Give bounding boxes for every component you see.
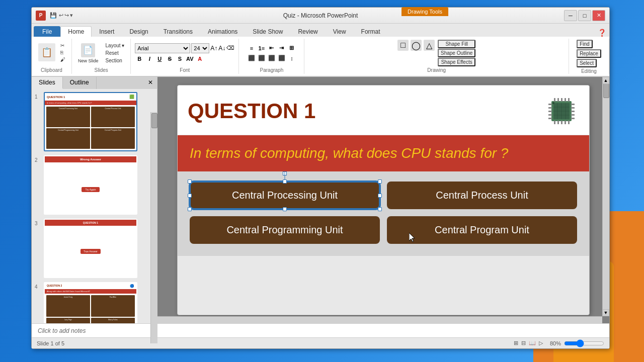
answer-b-button[interactable]: Central Process Unit (387, 182, 577, 209)
slideshow-icon[interactable]: ▷ (539, 340, 543, 346)
svg-point-28 (552, 102, 554, 104)
clear-format-button[interactable]: ⌫ (226, 45, 234, 51)
slide-thumb-2[interactable]: 2 Wrong Answer Try Again (35, 155, 154, 215)
slide-preview-3[interactable]: QUESTION 1 True Answer (44, 219, 137, 278)
underline-button[interactable]: U (155, 54, 164, 63)
shape-effects-button[interactable]: Shape Effects (438, 58, 475, 66)
select-button[interactable]: Select (577, 59, 597, 67)
italic-button[interactable]: I (145, 54, 154, 63)
handle-mid-left[interactable] (188, 194, 192, 198)
justify-button[interactable]: ⬛ (277, 54, 286, 63)
slide-thumb-1[interactable]: 1 QUESTION 1 🟩 In terms of computing, wh… (35, 92, 154, 151)
slide-preview-1[interactable]: QUESTION 1 🟩 In terms of computing, what… (44, 92, 137, 151)
tab-insert[interactable]: Insert (92, 26, 122, 37)
spacing-button[interactable]: AV (185, 54, 194, 63)
scroll-down-button[interactable]: ▼ (602, 309, 609, 316)
handle-top-left[interactable] (188, 179, 192, 184)
slides-tab-slides[interactable]: Slides (32, 77, 63, 89)
tab-review[interactable]: Review (290, 26, 325, 37)
minimize-button[interactable]: ─ (564, 10, 577, 21)
undo-icon[interactable]: ↩ (59, 12, 63, 19)
answer-a-button[interactable]: Central Processing Unit (190, 182, 380, 209)
handle-bot-right[interactable] (378, 207, 382, 211)
drawing-tools-tab[interactable]: Drawing Tools (401, 7, 448, 16)
slide-thumb-3[interactable]: 3 QUESTION 1 True Answer (35, 219, 154, 278)
handle-mid-right[interactable] (378, 194, 382, 198)
tab-file[interactable]: File (34, 26, 60, 37)
bullets-button[interactable]: ≡ (247, 44, 256, 53)
close-button[interactable]: ✕ (592, 10, 605, 21)
canvas-scrollbar-bottom[interactable] (157, 316, 602, 323)
tab-design[interactable]: Design (122, 26, 155, 37)
decrease-indent-button[interactable]: ⇤ (267, 44, 276, 53)
font-family-select[interactable]: Arial (135, 43, 190, 53)
notes-bar[interactable]: Click to add notes (32, 323, 609, 337)
slides-panel-scrollbar[interactable] (150, 112, 157, 323)
slides-panel-close[interactable]: ✕ (144, 77, 157, 89)
maximize-button[interactable]: □ (578, 10, 591, 21)
shapes-gallery-2[interactable]: ◯ (411, 40, 422, 51)
layout-button[interactable]: Layout ▾ (104, 42, 127, 49)
replace-button[interactable]: Replace (577, 49, 601, 58)
slides-scrollbar-thumb[interactable] (151, 113, 157, 128)
format-painter-button[interactable]: 🖌 (58, 56, 67, 63)
align-right-button[interactable]: ⬛ (267, 54, 276, 63)
notes-placeholder[interactable]: Click to add notes (38, 327, 86, 334)
rotation-line (285, 171, 285, 179)
paste-button[interactable]: 📋 (36, 42, 57, 63)
tab-view[interactable]: View (326, 26, 354, 37)
align-left-button[interactable]: ⬛ (247, 54, 256, 63)
tab-transitions[interactable]: Transitions (156, 26, 200, 37)
handle-bot-left[interactable] (188, 207, 192, 211)
font-color-button[interactable]: A (195, 54, 204, 63)
handle-top-right[interactable] (378, 179, 382, 184)
cut-button[interactable]: ✂ (58, 42, 67, 49)
find-button[interactable]: Find (577, 40, 592, 48)
line-spacing-button[interactable]: ↕ (287, 54, 296, 63)
new-slide-button[interactable]: 📄 New Slide (76, 42, 101, 64)
slide-preview-2[interactable]: Wrong Answer Try Again (44, 155, 137, 215)
shapes-gallery[interactable]: □ (397, 40, 409, 51)
increase-font-button[interactable]: A↑ (210, 45, 217, 52)
svg-rect-21 (548, 114, 552, 116)
canvas-scrollbar-right[interactable] (602, 77, 609, 316)
scroll-up-button[interactable]: ▲ (602, 77, 609, 84)
handle-top-center[interactable] (283, 179, 287, 184)
font-size-select[interactable]: 24 (191, 43, 209, 53)
section-button[interactable]: Section (104, 57, 127, 64)
tab-slideshow[interactable]: Slide Show (245, 26, 290, 37)
decrease-font-button[interactable]: A↓ (218, 45, 225, 52)
shapes-gallery-3[interactable]: △ (424, 40, 435, 51)
zoom-slider[interactable] (564, 340, 604, 347)
slides-tab-outline[interactable]: Outline (63, 77, 97, 89)
reset-button[interactable]: Reset (104, 50, 127, 56)
tab-format[interactable]: Format (354, 26, 388, 37)
shape-outline-button[interactable]: Shape Outline (438, 49, 475, 57)
bold-button[interactable]: B (135, 54, 144, 63)
handle-bot-center[interactable] (283, 207, 287, 211)
columns-button[interactable]: ⊞ (287, 44, 296, 53)
tab-animations[interactable]: Animations (200, 26, 245, 37)
customize-icon[interactable]: ▾ (70, 12, 73, 19)
increase-indent-button[interactable]: ⇥ (277, 44, 286, 53)
save-icon[interactable]: 💾 (50, 12, 57, 19)
answer-d-button[interactable]: Central Program Unit (387, 216, 577, 244)
reading-view-icon[interactable]: 📖 (529, 340, 536, 346)
shadow-button[interactable]: S (175, 54, 184, 63)
copy-button[interactable]: ⎘ (58, 49, 67, 56)
ribbon-group-drawing: □ ◯ △ Shape Fill Shape Outline Shape Eff… (304, 39, 569, 74)
help-icon[interactable]: ❓ (598, 29, 606, 37)
redo-icon[interactable]: ↪ (64, 12, 69, 19)
align-center-button[interactable]: ⬛ (257, 54, 266, 63)
answer-c-button[interactable]: Central Programming Unit (190, 216, 380, 244)
tab-home[interactable]: Home (60, 26, 92, 37)
svg-rect-22 (548, 118, 552, 119)
shape-fill-button[interactable]: Shape Fill (438, 40, 475, 48)
window-title: Quiz - Microsoft PowerPoint (283, 12, 358, 19)
slide-thumb-4[interactable]: 4 QUESTION 2 🔵 Along with others did Bil… (35, 282, 154, 323)
numbering-button[interactable]: 1≡ (257, 44, 266, 53)
normal-view-icon[interactable]: ⊞ (514, 340, 518, 346)
slide-preview-4[interactable]: QUESTION 2 🔵 Along with others did Bill … (44, 282, 137, 323)
strikethrough-button[interactable]: S (165, 54, 174, 63)
slide-sorter-icon[interactable]: ⊟ (521, 340, 526, 346)
